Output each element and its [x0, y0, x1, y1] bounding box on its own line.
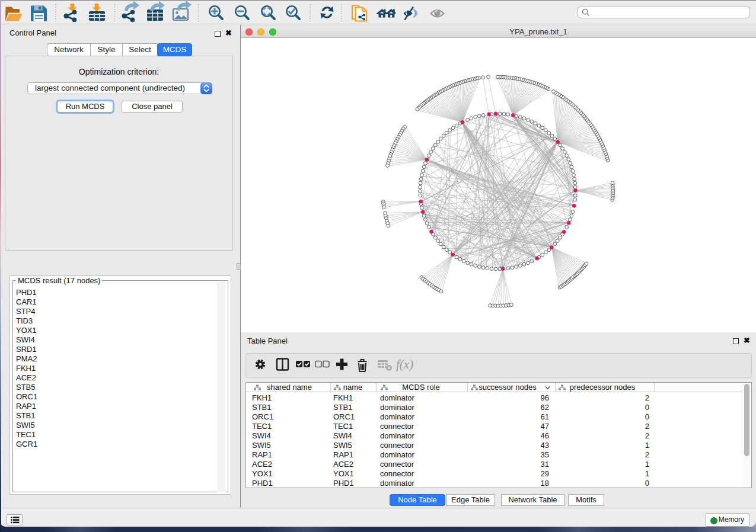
- svg-text:f(x): f(x): [396, 357, 413, 371]
